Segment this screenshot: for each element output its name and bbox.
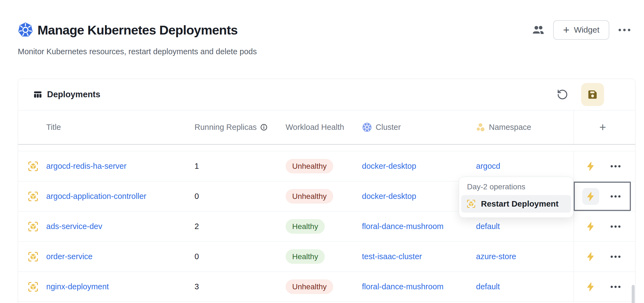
plus-icon: +	[563, 24, 569, 35]
day2-actions-button[interactable]	[582, 218, 599, 235]
namespace-link[interactable]: default	[476, 282, 500, 291]
health-badge: Unhealthy	[286, 279, 333, 294]
row-more-menu[interactable]	[610, 253, 621, 260]
day2-actions-button[interactable]	[582, 158, 599, 175]
scrolled-row-sliver	[18, 145, 635, 151]
cluster-link[interactable]: floral-dance-mushroom	[362, 222, 443, 231]
deployment-icon	[27, 251, 39, 262]
health-badge: Healthy	[286, 219, 325, 234]
replicas-value: 2	[195, 222, 199, 231]
column-header-health[interactable]: Workload Health	[286, 123, 362, 132]
vertical-scrollbar-thumb[interactable]	[632, 285, 635, 303]
save-button[interactable]	[581, 83, 604, 106]
page-title: Manage Kubernetes Deployments	[37, 22, 238, 38]
cluster-link[interactable]: test-isaac-cluster	[362, 252, 422, 261]
health-badge: Unhealthy	[286, 189, 333, 204]
namespace-link[interactable]: azure-store	[476, 252, 516, 261]
deployment-title-link[interactable]: argocd-redis-ha-server	[46, 162, 126, 171]
undo-button[interactable]	[551, 83, 574, 106]
namespace-link[interactable]: argocd	[476, 162, 500, 171]
deployment-icon	[27, 191, 39, 202]
page-header-actions: + Widget	[532, 20, 631, 40]
namespace-dots-icon	[476, 123, 485, 132]
replicas-value: 0	[195, 252, 199, 261]
popup-header: Day-2 operations	[461, 181, 571, 195]
kubernetes-logo-icon	[18, 22, 33, 38]
health-badge: Unhealthy	[286, 159, 333, 173]
deployment-title-link[interactable]: ads-service-dev	[46, 222, 102, 231]
table-header-row: Title Running Replicas Workload Health	[18, 110, 635, 145]
cluster-link[interactable]: docker-desktop	[362, 162, 416, 171]
deployment-title-link[interactable]: argocd-application-controller	[46, 192, 146, 201]
info-icon[interactable]	[260, 124, 268, 131]
day2-actions-button[interactable]	[582, 278, 599, 295]
row-more-menu[interactable]	[610, 193, 621, 200]
day2-actions-button[interactable]	[582, 188, 599, 205]
page-header: Manage Kubernetes Deployments + Widget	[18, 20, 631, 56]
collaborators-icon[interactable]	[532, 24, 544, 36]
selected-actions-cell	[574, 181, 635, 211]
add-widget-button[interactable]: + Widget	[553, 20, 609, 40]
deployment-title-link[interactable]: nginx-deployment	[46, 282, 109, 291]
deployment-icon	[466, 199, 476, 209]
health-badge: Healthy	[286, 249, 325, 264]
namespace-link[interactable]: default	[476, 222, 500, 231]
table-widget-icon	[33, 90, 42, 99]
row-more-menu[interactable]	[610, 223, 621, 230]
deployment-title-link[interactable]: order-service	[46, 252, 92, 261]
deployments-widget: Deployments	[18, 79, 636, 303]
cluster-link[interactable]: docker-desktop	[362, 192, 416, 201]
widget-header: Deployments	[18, 79, 635, 110]
day2-operations-popup: Day-2 operations Restart Deployment	[459, 177, 573, 218]
row-more-menu[interactable]	[610, 163, 621, 170]
popup-item-label: Restart Deployment	[481, 199, 558, 208]
row-more-menu[interactable]	[610, 284, 621, 290]
column-header-title[interactable]: Title	[46, 123, 195, 132]
deployment-icon	[27, 221, 39, 232]
replicas-value: 3	[195, 282, 199, 291]
column-header-replicas[interactable]: Running Replicas	[195, 123, 286, 132]
table-row: nginx-deployment 3 Unhealthy floral-danc…	[18, 272, 635, 302]
deployment-icon	[27, 281, 39, 293]
cluster-link[interactable]: floral-dance-mushroom	[362, 282, 443, 291]
widget-title: Deployments	[47, 90, 100, 99]
day2-actions-button[interactable]	[582, 248, 599, 265]
page-more-menu[interactable]	[618, 27, 631, 33]
replicas-value: 1	[195, 162, 199, 171]
widget-button-label: Widget	[574, 25, 599, 35]
restart-deployment-item[interactable]: Restart Deployment	[461, 195, 571, 213]
deployment-icon	[27, 161, 39, 172]
kubernetes-icon	[362, 122, 372, 132]
table-row: order-service 0 Healthy test-isaac-clust…	[18, 242, 635, 272]
column-header-cluster[interactable]: Cluster	[362, 122, 476, 132]
page-subtitle: Monitor Kubernetes resources, restart de…	[18, 47, 631, 56]
add-column-button[interactable]: +	[574, 110, 635, 144]
replicas-value: 0	[195, 192, 199, 201]
page: Manage Kubernetes Deployments + Widget	[0, 0, 644, 303]
column-header-namespace[interactable]: Namespace	[476, 123, 574, 132]
